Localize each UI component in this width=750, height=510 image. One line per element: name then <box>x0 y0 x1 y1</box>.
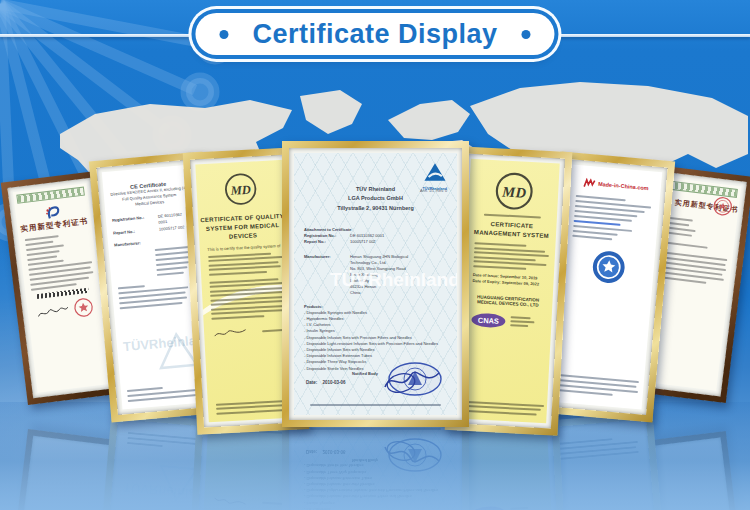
made-in-china-logo <box>583 178 597 189</box>
svg-text:MD: MD <box>229 183 251 198</box>
gold-frame: TÜVRheinland TÜVRheinland Ann. 1/1, Rev.… <box>282 141 469 427</box>
footer-text-lines <box>552 371 644 402</box>
tuv-org-division: LGA Products GmbH <box>294 194 457 203</box>
commissioner-signature <box>35 302 70 320</box>
report-value: 10005717 002 <box>350 239 376 245</box>
body-text-lines-2 <box>566 224 657 244</box>
body-text-lines <box>19 231 99 292</box>
notified-body-label: Notified Body <box>352 371 378 377</box>
pill-right-dot <box>522 30 531 39</box>
report-label: Report No.: <box>304 239 350 245</box>
md-certification-logo: MD <box>223 171 259 207</box>
footer-text-lines <box>458 398 548 419</box>
manufacturer-address: Henan Shuguang JHN Biological Technology… <box>350 254 408 296</box>
svg-text:MD: MD <box>500 183 526 200</box>
annex-revision-note: Ann. 1/1, Rev. 0 <box>420 189 447 193</box>
cnas-side-lines <box>510 314 544 330</box>
certificate-wall: 实用新型专利证书 <box>0 0 750 510</box>
page-title: Certificate Display <box>252 19 497 50</box>
date-value: 2010-03-06 <box>323 380 346 385</box>
tuv-org-address: Tillystraße 2, 90431 Nürnberg <box>294 204 457 213</box>
made-in-china-brand: Made-in-China.com <box>598 181 649 191</box>
tuv-triangle-logo <box>423 161 447 183</box>
md-certification-logo: MD <box>493 170 535 212</box>
date-label: Date: <box>306 380 317 385</box>
red-official-seal <box>72 296 94 318</box>
audited-supplier-badge <box>590 249 627 286</box>
certificate-tuv-center: TÜVRheinland TÜVRheinland Ann. 1/1, Rev.… <box>282 141 469 427</box>
qs-heading-line2: SYSTEM FOR MEDICAL DEVICES <box>199 221 288 244</box>
ce-report-value: 10005717 002 <box>159 224 185 233</box>
pill-left-dot <box>219 30 228 39</box>
cnas-logo: CNAS <box>470 312 507 329</box>
section-header-pill: Certificate Display <box>195 13 554 55</box>
ce-manufacturer-label: Manufacturer: <box>114 239 160 249</box>
notified-body-stamp <box>381 359 443 399</box>
manufacturer-label: Manufacturer: <box>304 254 350 296</box>
banner-background: Certificate Display 实用新型专利证书 <box>0 0 750 510</box>
red-official-seal <box>712 195 734 217</box>
body-text-lines <box>465 242 555 271</box>
svg-text:CNAS: CNAS <box>478 315 499 325</box>
